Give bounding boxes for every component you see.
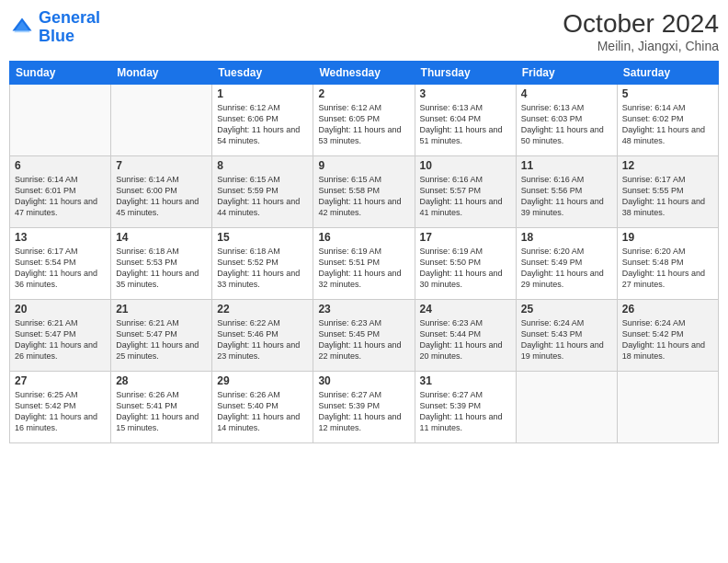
day-number: 11 bbox=[521, 159, 612, 172]
day-number: 22 bbox=[217, 303, 308, 316]
day-number: 2 bbox=[318, 87, 409, 100]
cell-info: Sunrise: 6:20 AMSunset: 5:48 PMDaylight:… bbox=[622, 246, 713, 291]
weekday-header: Friday bbox=[516, 62, 617, 85]
calendar-week-row: 20Sunrise: 6:21 AMSunset: 5:47 PMDayligh… bbox=[10, 300, 719, 372]
calendar-cell: 16Sunrise: 6:19 AMSunset: 5:51 PMDayligh… bbox=[313, 228, 415, 300]
page: General Blue October 2024 Meilin, Jiangx… bbox=[0, 0, 728, 563]
calendar-title: October 2024 bbox=[563, 9, 719, 39]
cell-info: Sunrise: 6:17 AMSunset: 5:54 PMDaylight:… bbox=[15, 246, 106, 291]
day-number: 30 bbox=[318, 374, 409, 387]
day-number: 28 bbox=[116, 374, 207, 387]
calendar-cell: 26Sunrise: 6:24 AMSunset: 5:42 PMDayligh… bbox=[617, 300, 718, 372]
cell-info: Sunrise: 6:19 AMSunset: 5:50 PMDaylight:… bbox=[420, 246, 511, 291]
logo-blue: Blue bbox=[39, 27, 74, 45]
calendar-cell: 8Sunrise: 6:15 AMSunset: 5:59 PMDaylight… bbox=[212, 156, 313, 228]
day-number: 18 bbox=[521, 231, 612, 244]
weekday-header: Tuesday bbox=[212, 62, 313, 85]
cell-info: Sunrise: 6:27 AMSunset: 5:39 PMDaylight:… bbox=[318, 389, 409, 434]
cell-info: Sunrise: 6:14 AMSunset: 6:00 PMDaylight:… bbox=[116, 174, 207, 219]
cell-info: Sunrise: 6:23 AMSunset: 5:44 PMDaylight:… bbox=[420, 317, 511, 362]
day-number: 16 bbox=[318, 231, 409, 244]
weekday-header: Sunday bbox=[10, 62, 111, 85]
calendar-cell: 19Sunrise: 6:20 AMSunset: 5:48 PMDayligh… bbox=[617, 228, 718, 300]
weekday-header: Thursday bbox=[415, 62, 516, 85]
day-number: 13 bbox=[15, 231, 106, 244]
day-number: 19 bbox=[622, 231, 713, 244]
cell-info: Sunrise: 6:20 AMSunset: 5:49 PMDaylight:… bbox=[521, 246, 612, 291]
calendar-cell: 21Sunrise: 6:21 AMSunset: 5:47 PMDayligh… bbox=[111, 300, 212, 372]
day-number: 5 bbox=[622, 87, 713, 100]
calendar-cell: 30Sunrise: 6:27 AMSunset: 5:39 PMDayligh… bbox=[313, 372, 415, 443]
cell-info: Sunrise: 6:12 AMSunset: 6:06 PMDaylight:… bbox=[217, 102, 308, 147]
cell-info: Sunrise: 6:13 AMSunset: 6:03 PMDaylight:… bbox=[521, 102, 612, 147]
calendar-cell bbox=[111, 85, 212, 156]
day-number: 24 bbox=[420, 303, 511, 316]
cell-info: Sunrise: 6:18 AMSunset: 5:52 PMDaylight:… bbox=[217, 246, 308, 291]
cell-info: Sunrise: 6:16 AMSunset: 5:56 PMDaylight:… bbox=[521, 174, 612, 219]
calendar-cell bbox=[516, 372, 617, 443]
cell-info: Sunrise: 6:17 AMSunset: 5:55 PMDaylight:… bbox=[622, 174, 713, 219]
day-number: 9 bbox=[318, 159, 409, 172]
cell-info: Sunrise: 6:21 AMSunset: 5:47 PMDaylight:… bbox=[116, 317, 207, 362]
day-number: 29 bbox=[217, 374, 308, 387]
day-number: 15 bbox=[217, 231, 308, 244]
cell-info: Sunrise: 6:15 AMSunset: 5:58 PMDaylight:… bbox=[318, 174, 409, 219]
weekday-header: Saturday bbox=[617, 62, 718, 85]
cell-info: Sunrise: 6:14 AMSunset: 6:02 PMDaylight:… bbox=[622, 102, 713, 147]
cell-info: Sunrise: 6:15 AMSunset: 5:59 PMDaylight:… bbox=[217, 174, 308, 219]
calendar-cell: 17Sunrise: 6:19 AMSunset: 5:50 PMDayligh… bbox=[415, 228, 516, 300]
day-number: 1 bbox=[217, 87, 308, 100]
cell-info: Sunrise: 6:14 AMSunset: 6:01 PMDaylight:… bbox=[15, 174, 106, 219]
title-block: October 2024 Meilin, Jiangxi, China bbox=[563, 9, 719, 53]
cell-info: Sunrise: 6:12 AMSunset: 6:05 PMDaylight:… bbox=[318, 102, 409, 147]
calendar-cell: 13Sunrise: 6:17 AMSunset: 5:54 PMDayligh… bbox=[10, 228, 111, 300]
calendar-cell: 14Sunrise: 6:18 AMSunset: 5:53 PMDayligh… bbox=[111, 228, 212, 300]
calendar-cell: 29Sunrise: 6:26 AMSunset: 5:40 PMDayligh… bbox=[212, 372, 313, 443]
cell-info: Sunrise: 6:23 AMSunset: 5:45 PMDaylight:… bbox=[318, 317, 409, 362]
logo-text: General Blue bbox=[39, 9, 100, 46]
day-number: 27 bbox=[15, 374, 106, 387]
cell-info: Sunrise: 6:25 AMSunset: 5:42 PMDaylight:… bbox=[15, 389, 106, 434]
logo-icon bbox=[9, 15, 35, 40]
cell-info: Sunrise: 6:26 AMSunset: 5:41 PMDaylight:… bbox=[116, 389, 207, 434]
day-number: 21 bbox=[116, 303, 207, 316]
calendar-week-row: 27Sunrise: 6:25 AMSunset: 5:42 PMDayligh… bbox=[10, 372, 719, 443]
cell-info: Sunrise: 6:16 AMSunset: 5:57 PMDaylight:… bbox=[420, 174, 511, 219]
cell-info: Sunrise: 6:19 AMSunset: 5:51 PMDaylight:… bbox=[318, 246, 409, 291]
cell-info: Sunrise: 6:24 AMSunset: 5:43 PMDaylight:… bbox=[521, 317, 612, 362]
weekday-header-row: SundayMondayTuesdayWednesdayThursdayFrid… bbox=[10, 62, 719, 85]
calendar-cell: 23Sunrise: 6:23 AMSunset: 5:45 PMDayligh… bbox=[313, 300, 415, 372]
day-number: 4 bbox=[521, 87, 612, 100]
cell-info: Sunrise: 6:24 AMSunset: 5:42 PMDaylight:… bbox=[622, 317, 713, 362]
day-number: 23 bbox=[318, 303, 409, 316]
day-number: 3 bbox=[420, 87, 511, 100]
calendar-cell: 3Sunrise: 6:13 AMSunset: 6:04 PMDaylight… bbox=[415, 85, 516, 156]
calendar-cell: 5Sunrise: 6:14 AMSunset: 6:02 PMDaylight… bbox=[617, 85, 718, 156]
calendar-cell bbox=[617, 372, 718, 443]
calendar-cell: 7Sunrise: 6:14 AMSunset: 6:00 PMDaylight… bbox=[111, 156, 212, 228]
day-number: 10 bbox=[420, 159, 511, 172]
cell-info: Sunrise: 6:22 AMSunset: 5:46 PMDaylight:… bbox=[217, 317, 308, 362]
calendar-cell: 10Sunrise: 6:16 AMSunset: 5:57 PMDayligh… bbox=[415, 156, 516, 228]
weekday-header: Monday bbox=[111, 62, 212, 85]
calendar-cell bbox=[10, 85, 111, 156]
day-number: 14 bbox=[116, 231, 207, 244]
day-number: 12 bbox=[622, 159, 713, 172]
calendar-cell: 22Sunrise: 6:22 AMSunset: 5:46 PMDayligh… bbox=[212, 300, 313, 372]
calendar-week-row: 1Sunrise: 6:12 AMSunset: 6:06 PMDaylight… bbox=[10, 85, 719, 156]
day-number: 8 bbox=[217, 159, 308, 172]
cell-info: Sunrise: 6:27 AMSunset: 5:39 PMDaylight:… bbox=[420, 389, 511, 434]
calendar-week-row: 6Sunrise: 6:14 AMSunset: 6:01 PMDaylight… bbox=[10, 156, 719, 228]
day-number: 26 bbox=[622, 303, 713, 316]
calendar-cell: 9Sunrise: 6:15 AMSunset: 5:58 PMDaylight… bbox=[313, 156, 415, 228]
header: General Blue October 2024 Meilin, Jiangx… bbox=[9, 9, 719, 53]
calendar-cell: 18Sunrise: 6:20 AMSunset: 5:49 PMDayligh… bbox=[516, 228, 617, 300]
calendar-cell: 6Sunrise: 6:14 AMSunset: 6:01 PMDaylight… bbox=[10, 156, 111, 228]
day-number: 6 bbox=[15, 159, 106, 172]
cell-info: Sunrise: 6:18 AMSunset: 5:53 PMDaylight:… bbox=[116, 246, 207, 291]
day-number: 25 bbox=[521, 303, 612, 316]
calendar-table: SundayMondayTuesdayWednesdayThursdayFrid… bbox=[9, 61, 719, 443]
cell-info: Sunrise: 6:26 AMSunset: 5:40 PMDaylight:… bbox=[217, 389, 308, 434]
calendar-cell: 12Sunrise: 6:17 AMSunset: 5:55 PMDayligh… bbox=[617, 156, 718, 228]
weekday-header: Wednesday bbox=[313, 62, 415, 85]
